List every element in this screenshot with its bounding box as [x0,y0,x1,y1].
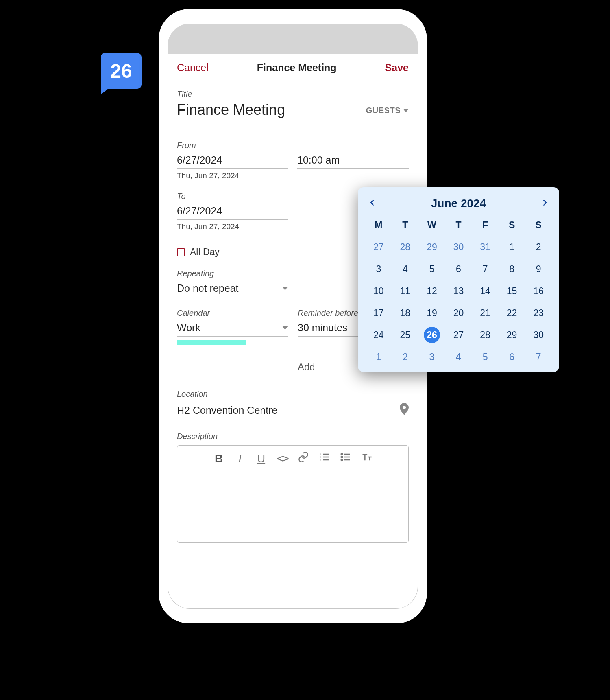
date-cell[interactable]: 2 [525,240,552,254]
date-cell[interactable]: 12 [418,284,445,298]
chevron-down-icon [403,109,409,112]
underline-button[interactable]: U [254,452,268,465]
location-value: H2 Convention Centre [177,405,277,416]
date-cell[interactable]: 30 [445,240,472,254]
calendar-select[interactable]: Work [177,320,288,337]
date-cell[interactable]: 7 [472,262,499,276]
date-cell[interactable]: 16 [525,284,552,298]
weekday-header: T [445,218,472,232]
date-cell[interactable]: 29 [499,328,525,342]
date-cell[interactable]: 30 [525,328,552,342]
prev-month-button[interactable] [365,197,380,210]
date-cell[interactable]: 18 [392,306,419,320]
date-cell[interactable]: 31 [472,240,499,254]
location-pin-icon [400,403,409,418]
date-cell[interactable]: 24 [365,328,392,342]
date-cell[interactable]: 28 [472,328,499,342]
date-cell[interactable]: 21 [472,306,499,320]
date-cell[interactable]: 10 [365,284,392,298]
calendar-color-swatch [177,340,246,345]
from-label: From [177,141,409,150]
date-cell[interactable]: 20 [445,306,472,320]
weekday-header: M [365,218,392,232]
weekday-header: S [499,218,525,232]
date-cell[interactable]: 17 [365,306,392,320]
date-cell[interactable]: 26 [418,328,445,342]
date-cell[interactable]: 19 [418,306,445,320]
weekday-header: W [418,218,445,232]
date-cell[interactable]: 15 [499,284,525,298]
from-date-input[interactable]: 6/27/2024 [177,153,288,169]
date-cell[interactable]: 6 [499,350,525,364]
add-label: Add [298,361,315,373]
from-day-text: Thu, Jun 27, 2024 [177,171,288,180]
date-cell[interactable]: 27 [365,240,392,254]
date-cell[interactable]: 3 [418,350,445,364]
page-title: Finance Meeting [257,62,337,74]
date-cell[interactable]: 5 [472,350,499,364]
description-label: Description [177,432,409,441]
title-label: Title [177,90,409,99]
text-size-button[interactable] [360,451,374,466]
date-cell[interactable]: 23 [525,306,552,320]
repeating-value: Do not repeat [177,282,239,294]
chevron-left-icon [368,197,377,208]
formatting-toolbar: B I U <> [177,446,408,470]
cancel-button[interactable]: Cancel [177,62,209,74]
calendar-label: Calendar [177,308,288,318]
weekday-header: T [392,218,419,232]
code-button[interactable]: <> [275,452,289,465]
date-cell[interactable]: 6 [445,262,472,276]
date-cell[interactable]: 27 [445,328,472,342]
svg-point-7 [341,456,343,458]
date-cell[interactable]: 11 [392,284,419,298]
date-cell[interactable]: 28 [392,240,419,254]
description-editor[interactable]: B I U <> [177,445,409,543]
chevron-down-icon [282,287,288,290]
svg-point-8 [341,459,343,461]
date-cell[interactable]: 1 [365,350,392,364]
weekday-header: F [472,218,499,232]
svg-point-6 [341,453,343,455]
date-picker-popover: June 2024 MTWTFSS27282930311234567891011… [358,187,559,372]
date-cell[interactable]: 4 [445,350,472,364]
date-cell[interactable]: 29 [418,240,445,254]
weekday-header: S [525,218,552,232]
date-cell[interactable]: 8 [499,262,525,276]
ordered-list-button[interactable] [318,451,331,466]
calendar-value: Work [177,322,200,334]
link-button[interactable] [296,451,310,466]
date-cell[interactable]: 5 [418,262,445,276]
to-day-text: Thu, Jun 27, 2024 [177,222,288,231]
to-date-input[interactable]: 6/27/2024 [177,203,288,220]
checkbox-icon [177,248,185,256]
date-cell[interactable]: 2 [392,350,419,364]
location-label: Location [177,389,409,399]
date-cell[interactable]: 22 [499,306,525,320]
guests-button[interactable]: GUESTS [366,106,409,118]
date-cell[interactable]: 3 [365,262,392,276]
title-input[interactable]: Finance Meeting [177,101,285,118]
date-cell[interactable]: 4 [392,262,419,276]
guests-label: GUESTS [366,106,401,115]
date-cell[interactable]: 7 [525,350,552,364]
save-button[interactable]: Save [385,62,409,74]
date-cell[interactable]: 14 [472,284,499,298]
from-time-input[interactable]: 10:00 am [297,153,409,169]
location-input[interactable]: H2 Convention Centre [177,401,409,420]
date-cell[interactable]: 25 [392,328,419,342]
repeating-select[interactable]: Do not repeat [177,281,288,297]
bullet-list-button[interactable] [339,451,353,466]
calendar-badge-value: 26 [110,60,132,82]
date-cell[interactable]: 13 [445,284,472,298]
all-day-label: All Day [190,247,220,258]
next-month-button[interactable] [537,197,552,210]
italic-button[interactable]: I [233,452,247,465]
picker-month-label: June 2024 [431,197,486,210]
bold-button[interactable]: B [212,452,226,465]
chevron-right-icon [540,197,549,208]
date-cell[interactable]: 9 [525,262,552,276]
date-cell[interactable]: 1 [499,240,525,254]
chevron-down-icon [282,326,288,330]
date-picker-grid: MTWTFSS272829303112345678910111213141516… [365,218,552,364]
